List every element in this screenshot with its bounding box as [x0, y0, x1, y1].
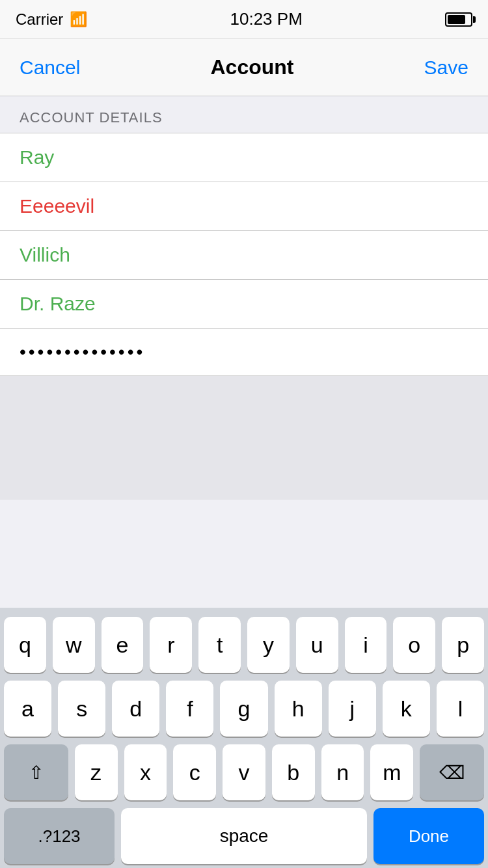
first-name-value: Ray [20, 146, 54, 168]
keyboard-row-3: ⇧ z x c v b n m ⌫ [4, 744, 484, 800]
key-u[interactable]: u [296, 617, 338, 673]
cancel-button[interactable]: Cancel [20, 57, 80, 79]
password-value: •••••••••••••• [20, 342, 145, 362]
last-name-field[interactable]: Villich [0, 231, 488, 280]
key-e[interactable]: e [102, 617, 144, 673]
page-title: Account [211, 55, 294, 79]
last-name-value: Villich [20, 244, 70, 265]
key-b[interactable]: b [272, 744, 315, 800]
numbers-label: .?123 [38, 826, 80, 847]
key-w[interactable]: w [53, 617, 95, 673]
key-s[interactable]: s [58, 681, 105, 737]
key-q[interactable]: q [4, 617, 46, 673]
username-value: Eeeeevil [20, 195, 94, 217]
battery-icon [445, 12, 472, 27]
empty-area [0, 376, 488, 500]
space-label: space [220, 826, 269, 847]
key-p[interactable]: p [442, 617, 484, 673]
key-a[interactable]: a [4, 681, 51, 737]
shift-key[interactable]: ⇧ [4, 744, 68, 800]
nav-bar: Cancel Account Save [0, 39, 488, 96]
status-bar: Carrier 📶 10:23 PM [0, 0, 488, 39]
first-name-field[interactable]: Ray [0, 133, 488, 182]
display-name-value: Dr. Raze [20, 293, 96, 314]
section-header: ACCOUNT DETAILS [0, 96, 488, 133]
save-button[interactable]: Save [424, 57, 468, 79]
key-v[interactable]: v [223, 744, 265, 800]
key-o[interactable]: o [393, 617, 435, 673]
key-y[interactable]: y [247, 617, 290, 673]
keyboard: q w e r t y u i o p a s d f g h j k l ⇧ … [0, 608, 488, 868]
key-t[interactable]: t [198, 617, 241, 673]
key-f[interactable]: f [166, 681, 213, 737]
key-r[interactable]: r [150, 617, 192, 673]
key-j[interactable]: j [329, 681, 376, 737]
form-section: Ray Eeeeevil Villich Dr. Raze ••••••••••… [0, 133, 488, 376]
display-name-field[interactable]: Dr. Raze [0, 280, 488, 329]
delete-key[interactable]: ⌫ [420, 744, 484, 800]
key-c[interactable]: c [173, 744, 216, 800]
keyboard-row-2: a s d f g h j k l [4, 681, 484, 737]
key-d[interactable]: d [112, 681, 159, 737]
key-l[interactable]: l [437, 681, 484, 737]
key-z[interactable]: z [75, 744, 118, 800]
key-n[interactable]: n [321, 744, 364, 800]
wifi-icon: 📶 [70, 11, 87, 28]
keyboard-row-1: q w e r t y u i o p [4, 617, 484, 673]
shift-icon: ⇧ [29, 762, 44, 783]
time-label: 10:23 PM [230, 9, 303, 29]
username-field[interactable]: Eeeeevil [0, 182, 488, 231]
key-h[interactable]: h [275, 681, 322, 737]
keyboard-row-4: .?123 space Done [4, 808, 484, 864]
done-label: Done [409, 826, 449, 847]
numbers-key[interactable]: .?123 [4, 808, 115, 864]
key-m[interactable]: m [370, 744, 413, 800]
key-k[interactable]: k [383, 681, 430, 737]
delete-icon: ⌫ [439, 762, 465, 783]
done-key[interactable]: Done [373, 808, 484, 864]
key-g[interactable]: g [220, 681, 267, 737]
key-x[interactable]: x [124, 744, 167, 800]
battery-indicator [445, 12, 472, 27]
space-key[interactable]: space [121, 808, 367, 864]
carrier-label: Carrier [16, 10, 63, 29]
status-left: Carrier 📶 [16, 10, 87, 29]
password-field[interactable]: •••••••••••••• [0, 329, 488, 375]
key-i[interactable]: i [345, 617, 387, 673]
